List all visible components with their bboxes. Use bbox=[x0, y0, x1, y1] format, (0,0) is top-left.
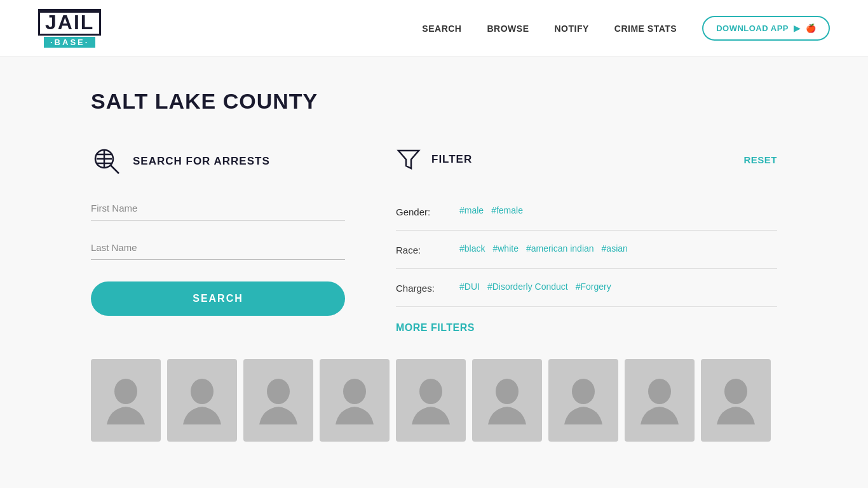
nav-notify[interactable]: NOTIFY bbox=[554, 24, 588, 34]
search-section: SEARCH FOR ARRESTS SEARCH bbox=[91, 146, 345, 334]
download-app-label: DOWNLOAD APP bbox=[716, 24, 789, 33]
mugshot-strip bbox=[91, 359, 777, 442]
filter-tags-charges: #DUI #Disorderly Conduct #Forgery bbox=[459, 281, 611, 292]
svg-point-14 bbox=[648, 379, 671, 404]
download-app-button[interactable]: DOWNLOAD APP ▶ 🍎 bbox=[702, 16, 830, 41]
filter-tags-gender: #male #female bbox=[459, 205, 523, 215]
svg-point-8 bbox=[191, 379, 214, 404]
logo-top-text: JAIL bbox=[38, 9, 101, 36]
mugshot-8[interactable] bbox=[625, 359, 695, 442]
filter-tag-forgery[interactable]: #Forgery bbox=[576, 281, 611, 292]
svg-point-9 bbox=[267, 379, 290, 404]
last-name-input[interactable] bbox=[91, 236, 345, 260]
filter-label-charges: Charges: bbox=[396, 281, 447, 294]
filter-tag-dui[interactable]: #DUI bbox=[459, 281, 480, 292]
svg-marker-6 bbox=[398, 151, 419, 168]
svg-line-5 bbox=[111, 165, 119, 173]
filter-label-race: Race: bbox=[396, 243, 447, 255]
filter-row-race: Race: #black #white #american indian #as… bbox=[396, 231, 777, 269]
first-name-input[interactable] bbox=[91, 196, 345, 220]
nav-browse[interactable]: BROWSE bbox=[487, 24, 529, 34]
mugshot-9[interactable] bbox=[701, 359, 771, 442]
play-icon: ▶ bbox=[794, 24, 801, 33]
mugshot-6[interactable] bbox=[472, 359, 542, 442]
search-arrests-icon bbox=[91, 146, 123, 177]
filter-section: FILTER RESET Gender: #male #female Race:… bbox=[396, 146, 777, 334]
nav-crime-stats[interactable]: CRIME STATS bbox=[614, 24, 677, 34]
filter-tags-race: #black #white #american indian #asian bbox=[459, 243, 628, 254]
search-section-title: SEARCH FOR ARRESTS bbox=[133, 155, 270, 168]
reset-button[interactable]: RESET bbox=[743, 154, 777, 165]
filter-tag-female[interactable]: #female bbox=[491, 205, 523, 215]
svg-point-7 bbox=[114, 379, 137, 404]
filter-tag-black[interactable]: #black bbox=[459, 243, 485, 254]
nav-search[interactable]: SEARCH bbox=[422, 24, 461, 34]
page-title: SALT LAKE COUNTY bbox=[91, 89, 777, 114]
filter-row-charges: Charges: #DUI #Disorderly Conduct #Forge… bbox=[396, 269, 777, 307]
svg-point-11 bbox=[419, 379, 442, 404]
site-logo[interactable]: JAIL ·BASE· bbox=[38, 9, 101, 48]
mugshot-4[interactable] bbox=[320, 359, 390, 442]
mugshot-5[interactable] bbox=[396, 359, 466, 442]
svg-point-12 bbox=[496, 379, 519, 404]
search-button[interactable]: SEARCH bbox=[91, 281, 345, 316]
filter-tag-american-indian[interactable]: #american indian bbox=[526, 243, 594, 254]
filter-tag-male[interactable]: #male bbox=[459, 205, 484, 215]
logo-bottom-text: ·BASE· bbox=[44, 37, 95, 48]
mugshot-7[interactable] bbox=[548, 359, 618, 442]
apple-icon: 🍎 bbox=[806, 24, 817, 33]
mugshot-1[interactable] bbox=[91, 359, 161, 442]
svg-point-10 bbox=[343, 379, 366, 404]
mugshot-3[interactable] bbox=[243, 359, 313, 442]
filter-tag-white[interactable]: #white bbox=[492, 243, 518, 254]
svg-point-13 bbox=[572, 379, 595, 404]
filter-tag-disorderly-conduct[interactable]: #Disorderly Conduct bbox=[487, 281, 568, 292]
main-nav: SEARCH BROWSE NOTIFY CRIME STATS DOWNLOA… bbox=[422, 16, 830, 41]
filter-label-gender: Gender: bbox=[396, 205, 447, 217]
filter-row-gender: Gender: #male #female bbox=[396, 193, 777, 231]
filter-tag-asian[interactable]: #asian bbox=[602, 243, 628, 254]
filter-icon bbox=[396, 146, 421, 173]
filter-section-title: FILTER bbox=[431, 153, 472, 166]
more-filters-button[interactable]: MORE FILTERS bbox=[396, 322, 475, 334]
mugshot-2[interactable] bbox=[167, 359, 237, 442]
svg-point-15 bbox=[724, 379, 747, 404]
